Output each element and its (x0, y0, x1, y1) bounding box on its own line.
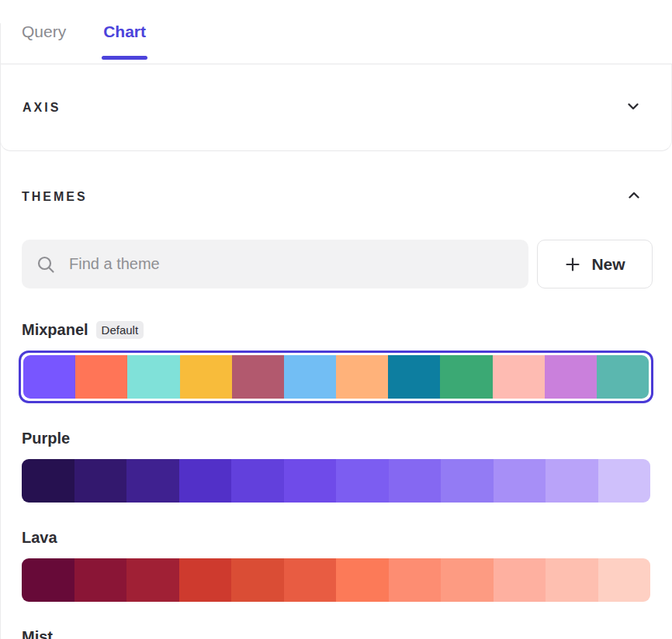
theme-default-badge: Default (96, 321, 144, 339)
color-swatch (23, 355, 75, 399)
color-swatch (389, 459, 442, 503)
color-swatch (75, 355, 127, 399)
color-swatch (545, 355, 597, 399)
color-swatch (232, 355, 284, 399)
panel-left-border (0, 23, 1, 639)
new-theme-button-label: New (591, 255, 625, 274)
color-swatch (389, 558, 442, 602)
theme-label-row: Mixpanel Default (22, 318, 650, 341)
tab-chart[interactable]: Chart (103, 0, 146, 64)
theme-item: Lava (22, 526, 650, 602)
theme-name: Mist (22, 628, 53, 639)
theme-label-row: Lava (22, 526, 650, 549)
theme-palette (22, 558, 650, 602)
color-swatch (126, 558, 179, 602)
chevron-up-icon (625, 187, 643, 207)
theme-palette (22, 459, 650, 503)
color-swatch (441, 558, 494, 602)
axis-section-title: AXIS (23, 101, 61, 115)
color-swatch (74, 459, 127, 503)
color-swatch (336, 355, 388, 399)
themes-controls-row: New (22, 240, 653, 288)
color-swatch (179, 558, 232, 602)
chevron-down-icon (625, 98, 642, 118)
color-swatch (493, 355, 545, 399)
themes-section-title: THEMES (22, 190, 88, 204)
new-theme-button[interactable]: New (537, 240, 653, 288)
color-swatch (546, 459, 598, 503)
color-swatch (598, 459, 651, 503)
color-swatch (494, 558, 546, 602)
tab-query[interactable]: Query (22, 0, 66, 64)
theme-name: Purple (22, 430, 70, 447)
color-swatch (546, 558, 598, 602)
color-swatch (597, 355, 649, 399)
search-icon (36, 254, 56, 275)
color-swatch (180, 355, 232, 399)
color-swatch (126, 459, 179, 503)
color-swatch (440, 355, 492, 399)
themes-list: Mixpanel Default Purple Lava Mist (22, 318, 650, 639)
color-swatch (231, 459, 284, 503)
color-swatch (598, 558, 651, 602)
color-swatch (231, 558, 284, 602)
themes-section: THEMES New (0, 151, 672, 639)
axis-section-header[interactable]: AXIS (0, 64, 672, 151)
color-swatch (74, 558, 127, 602)
theme-item: Mixpanel Default (22, 318, 650, 403)
color-swatch (284, 355, 336, 399)
theme-swatch-row[interactable] (22, 459, 650, 503)
theme-label-row: Mist (22, 625, 650, 639)
color-swatch (441, 459, 494, 503)
theme-name: Mixpanel (22, 321, 88, 339)
theme-search-input[interactable] (68, 254, 514, 274)
color-swatch (284, 459, 337, 503)
themes-section-header[interactable]: THEMES (0, 185, 672, 209)
theme-swatch-row[interactable] (22, 558, 650, 602)
color-swatch (22, 459, 74, 503)
color-swatch (494, 459, 546, 503)
color-swatch (336, 558, 389, 602)
color-swatch (127, 355, 179, 399)
theme-label-row: Purple (22, 427, 650, 450)
theme-search-box[interactable] (22, 240, 528, 288)
theme-name: Lava (22, 529, 57, 547)
theme-item: Mist (22, 625, 650, 639)
color-swatch (22, 558, 74, 602)
color-swatch (388, 355, 440, 399)
theme-palette (23, 355, 649, 399)
theme-swatch-row[interactable] (19, 351, 653, 403)
theme-item: Purple (22, 427, 650, 503)
color-swatch (336, 459, 389, 503)
plus-icon (564, 256, 581, 273)
tab-bar: QueryChart (0, 0, 672, 64)
color-swatch (284, 558, 337, 602)
color-swatch (179, 459, 232, 503)
